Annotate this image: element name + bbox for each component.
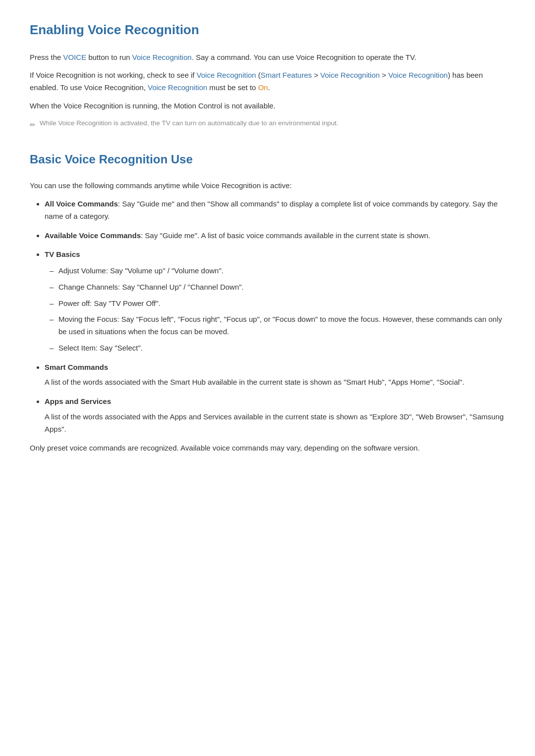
para2-suffix: must be set to <box>207 83 258 92</box>
section-basic-voice-recognition: Basic Voice Recognition Use You can use … <box>30 150 505 454</box>
smart-commands-subdesc: A list of the words associated with the … <box>45 376 505 389</box>
section2-footer: Only preset voice commands are recognize… <box>30 442 505 454</box>
subitem-adjust-volume: Adjust Volume: Say "Volume up" / "Volume… <box>50 265 505 277</box>
smart-features-link[interactable]: Smart Features <box>261 71 312 79</box>
section2-intro: You can use the following commands anyti… <box>30 180 505 192</box>
on-link[interactable]: On <box>258 83 268 92</box>
note-icon: ✏ <box>30 119 36 130</box>
available-voice-commands-term: Available Voice Commands <box>45 231 141 240</box>
apps-services-subdesc: A list of the words associated with the … <box>45 411 505 436</box>
subitem-select-item: Select Item: Say "Select". <box>50 342 505 354</box>
section2-title: Basic Voice Recognition Use <box>30 150 505 171</box>
voice-recognition-link-1[interactable]: Voice Recognition <box>132 53 192 61</box>
subitem-power-off: Power off: Say "TV Power Off". <box>50 298 505 310</box>
available-voice-commands-desc: Say "Guide me". A list of basic voice co… <box>143 231 430 240</box>
para2-prefix: If Voice Recognition is not working, che… <box>30 71 197 79</box>
voice-link[interactable]: VOICE <box>63 53 87 61</box>
voice-commands-list: All Voice Commands: Say "Guide me" and t… <box>45 198 505 435</box>
section1-para1: Press the VOICE button to run Voice Reco… <box>30 51 505 64</box>
subitem-moving-focus: Moving the Focus: Say "Focus left", "Foc… <box>50 313 505 338</box>
note-box: ✏ While Voice Recognition is activated, … <box>30 118 505 130</box>
all-voice-commands-term: All Voice Commands <box>45 200 118 208</box>
list-item-all-voice-commands: All Voice Commands: Say "Guide me" and t… <box>45 198 505 223</box>
para1-prefix: Press the <box>30 53 63 61</box>
tv-basics-term: TV Basics <box>45 250 80 258</box>
para2-end: . <box>268 83 270 92</box>
section-enabling-voice-recognition: Enabling Voice Recognition Press the VOI… <box>30 20 505 130</box>
para1-suffix: . Say a command. You can use Voice Recog… <box>192 53 417 61</box>
list-item-available-voice-commands: Available Voice Commands: Say "Guide me"… <box>45 230 505 242</box>
list-item-smart-commands: Smart Commands A list of the words assoc… <box>45 361 505 389</box>
para1-middle: button to run <box>86 53 132 61</box>
section1-title: Enabling Voice Recognition <box>30 20 505 43</box>
section1-para3: When the Voice Recognition is running, t… <box>30 100 505 112</box>
vr-link-3[interactable]: Voice Recognition <box>388 71 448 79</box>
section1-para2: If Voice Recognition is not working, che… <box>30 69 505 94</box>
tv-basics-sublist: Adjust Volume: Say "Volume up" / "Volume… <box>50 265 505 354</box>
vr-link-4[interactable]: Voice Recognition <box>148 83 207 92</box>
para2-middle1: ( <box>256 71 261 79</box>
smart-commands-term: Smart Commands <box>45 363 108 371</box>
list-item-tv-basics: TV Basics Adjust Volume: Say "Volume up"… <box>45 249 505 354</box>
list-item-apps-and-services: Apps and Services A list of the words as… <box>45 396 505 435</box>
vr-link-1[interactable]: Voice Recognition <box>197 71 256 79</box>
apps-services-term: Apps and Services <box>45 397 111 405</box>
arrow2: > <box>380 71 388 79</box>
vr-link-2[interactable]: Voice Recognition <box>321 71 380 79</box>
arrow1: > <box>312 71 320 79</box>
note-text: While Voice Recognition is activated, th… <box>40 118 338 129</box>
subitem-change-channels: Change Channels: Say "Channel Up" / "Cha… <box>50 281 505 294</box>
